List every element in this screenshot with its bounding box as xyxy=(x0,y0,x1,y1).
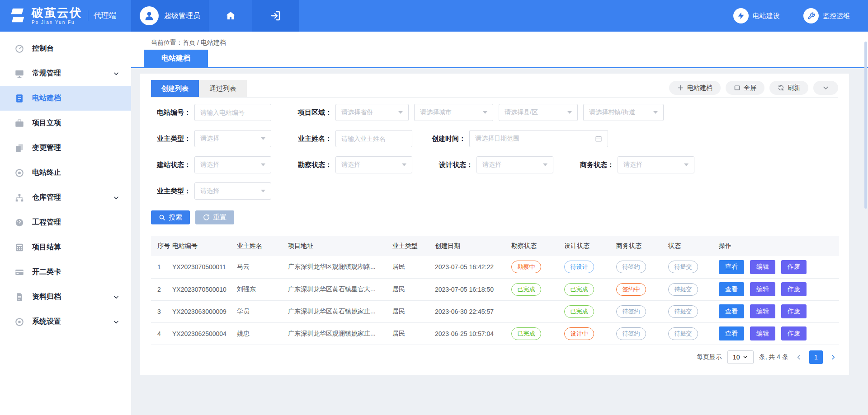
cell-created: 2023-06-30 22:45:57 xyxy=(433,300,509,322)
business-status-select[interactable]: 请选择 xyxy=(618,156,694,173)
business-status-pill: 待签约 xyxy=(616,261,646,273)
cell-business: 待签约 xyxy=(614,256,666,278)
sidebar-item-console[interactable]: 控制台 xyxy=(0,36,131,61)
tab-passed-list[interactable]: 通过列表 xyxy=(199,80,247,97)
refresh-icon xyxy=(778,84,784,91)
view-button[interactable]: 查看 xyxy=(719,260,744,274)
county-select[interactable]: 请选择县/区 xyxy=(499,104,578,121)
col-owner: 业主姓名 xyxy=(235,236,286,256)
sidebar-item-project-settlement[interactable]: 项目结算 xyxy=(0,235,131,260)
col-created: 创建日期 xyxy=(433,236,509,256)
sidebar-item-project-initiation[interactable]: 项目立项 xyxy=(0,111,131,135)
chevron-down-icon xyxy=(113,70,119,77)
survey-status-pill: 已完成 xyxy=(511,327,541,340)
province-select[interactable]: 请选择省份 xyxy=(335,104,409,121)
cell-created: 2023-06-25 10:57:04 xyxy=(433,322,509,345)
design-status-select[interactable]: 请选择 xyxy=(476,156,553,173)
owner-type-select[interactable]: 请选择 xyxy=(194,130,271,147)
cell-design: 已完成 xyxy=(562,278,614,300)
void-button[interactable]: 作废 xyxy=(781,260,807,274)
date-range-input[interactable]: 请选择日期范围 xyxy=(469,130,608,147)
user-menu[interactable]: 超级管理员 xyxy=(131,0,209,32)
sidebar-item-type2-card[interactable]: 开二类卡 xyxy=(0,260,131,284)
sidebar-item-engineering-mgmt[interactable]: 工程管理 xyxy=(0,210,131,235)
per-page-select[interactable]: 10 xyxy=(727,350,754,364)
filter-row-2: 业主类型： 请选择 业主姓名： 创建时间： 请选择日期范围 xyxy=(151,130,838,147)
sidebar-item-station-termination[interactable]: 电站终止 xyxy=(0,160,131,185)
design-status-pill: 已完成 xyxy=(564,305,594,318)
cell-station-no: YX2023062500004 xyxy=(170,322,235,345)
sidebar-item-archives[interactable]: 资料归档 xyxy=(0,284,131,309)
void-button[interactable]: 作废 xyxy=(781,282,807,296)
page-number-1[interactable]: 1 xyxy=(809,350,823,364)
lightning-icon xyxy=(733,8,749,23)
col-owner-type: 业主类型 xyxy=(391,236,433,256)
list-toolbar: 创建列表 通过列表 电站建档 全屏 刷新 xyxy=(151,80,838,97)
void-button[interactable]: 作废 xyxy=(781,304,807,318)
cell-actions: 查看 编辑 作废 xyxy=(717,300,839,322)
header-band: 超级管理员 xyxy=(131,0,299,32)
sidebar-item-label: 电站终止 xyxy=(32,168,119,177)
document-icon xyxy=(14,93,24,103)
prev-page-button[interactable] xyxy=(794,352,804,362)
city-select[interactable]: 请选择城市 xyxy=(414,104,493,121)
caret-down-icon xyxy=(398,111,403,114)
table-row: 3 YX2023063000009 学员 广东深圳龙华区黄石镇姚家庄... 居民… xyxy=(151,300,839,322)
fullscreen-button[interactable]: 全屏 xyxy=(726,81,764,95)
owner-type2-select[interactable]: 请选择 xyxy=(194,182,271,200)
create-station-button[interactable]: 电站建档 xyxy=(669,81,721,95)
sidebar-item-label: 系统设置 xyxy=(32,317,105,326)
view-button[interactable]: 查看 xyxy=(719,326,744,340)
edit-button[interactable]: 编辑 xyxy=(750,326,775,340)
filter-row-4: 业主类型： 请选择 xyxy=(151,182,838,200)
cell-design: 待设计 xyxy=(562,256,614,278)
breadcrumb-path[interactable]: 首页 / 电站建档 xyxy=(183,39,226,46)
sidebar-item-station-filing[interactable]: 电站建档 xyxy=(0,86,131,111)
sidebar-item-system-settings[interactable]: 系统设置 xyxy=(0,309,131,334)
filter-row-3: 建站状态： 请选择 勘察状态： 请选择 设计状态： 请选择 商务状态： 请选择 xyxy=(151,156,838,173)
sidebar-item-general-mgmt[interactable]: 常规管理 xyxy=(0,61,131,86)
shortcut-station-build[interactable]: 电站建设 xyxy=(733,8,780,23)
status-pill: 待提交 xyxy=(668,327,698,340)
scrollbar-thumb[interactable] xyxy=(864,42,867,209)
sidebar-item-change-mgmt[interactable]: 变更管理 xyxy=(0,135,131,160)
cell-design: 设计中 xyxy=(562,322,614,345)
table-row: 4 YX2023062500004 姚忠 广东深圳龙华区观澜镇姚家庄... 居民… xyxy=(151,322,839,345)
shortcut-monitor-ops[interactable]: 监控运维 xyxy=(803,8,850,23)
chevron-down-icon xyxy=(822,84,829,91)
tab-create-list[interactable]: 创建列表 xyxy=(151,80,199,97)
wrench-icon xyxy=(803,8,819,23)
user-name: 超级管理员 xyxy=(164,11,200,21)
refresh-button[interactable]: 刷新 xyxy=(769,81,808,95)
void-button[interactable]: 作废 xyxy=(781,326,807,340)
col-index: 序号 xyxy=(151,236,170,256)
home-button[interactable] xyxy=(209,0,252,32)
collapse-button[interactable] xyxy=(813,81,838,95)
logout-button[interactable] xyxy=(252,0,299,32)
breadcrumb-prefix: 当前位置： xyxy=(151,39,183,46)
page-tab-station-filing[interactable]: 电站建档 xyxy=(144,50,208,67)
edit-button[interactable]: 编辑 xyxy=(750,304,775,318)
card-icon xyxy=(14,267,24,277)
owner-name-input[interactable] xyxy=(335,130,412,147)
cell-index: 2 xyxy=(151,278,170,300)
reset-button[interactable]: 重置 xyxy=(195,210,234,224)
sidebar-item-warehouse-mgmt[interactable]: 仓库管理 xyxy=(0,185,131,210)
edit-button[interactable]: 编辑 xyxy=(750,260,775,274)
business-status-pill: 签约中 xyxy=(616,283,646,296)
survey-status-select[interactable]: 请选择 xyxy=(335,156,412,173)
plus-icon xyxy=(677,84,684,91)
cell-owner-type: 居民 xyxy=(391,278,433,300)
view-button[interactable]: 查看 xyxy=(719,304,744,318)
build-status-select[interactable]: 请选择 xyxy=(194,156,271,173)
cell-design: 已完成 xyxy=(562,300,614,322)
edit-button[interactable]: 编辑 xyxy=(750,282,775,296)
station-no-input[interactable] xyxy=(194,104,271,121)
town-select[interactable]: 请选择村镇/街道 xyxy=(583,104,664,121)
cell-business: 待签约 xyxy=(614,322,666,345)
view-button[interactable]: 查看 xyxy=(719,282,744,296)
next-page-button[interactable] xyxy=(828,352,838,362)
search-button[interactable]: 搜索 xyxy=(151,210,190,224)
file-icon xyxy=(14,292,24,302)
cell-business: 签约中 xyxy=(614,278,666,300)
